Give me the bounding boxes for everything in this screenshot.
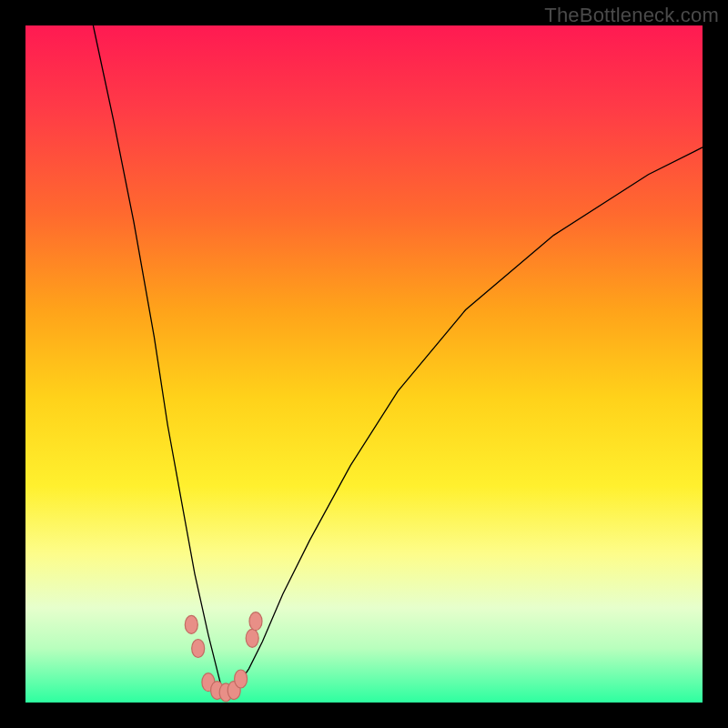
highlight-marker [185,615,197,633]
highlight-marker [246,629,258,647]
watermark-text: TheBottleneck.com [544,4,719,27]
highlight-marker [235,670,248,688]
chart-frame [25,25,703,703]
highlight-marker [192,640,205,658]
chart-svg [25,25,703,703]
marker-group [185,612,262,702]
highlight-marker [249,612,262,631]
bottleneck-curve [93,25,703,689]
